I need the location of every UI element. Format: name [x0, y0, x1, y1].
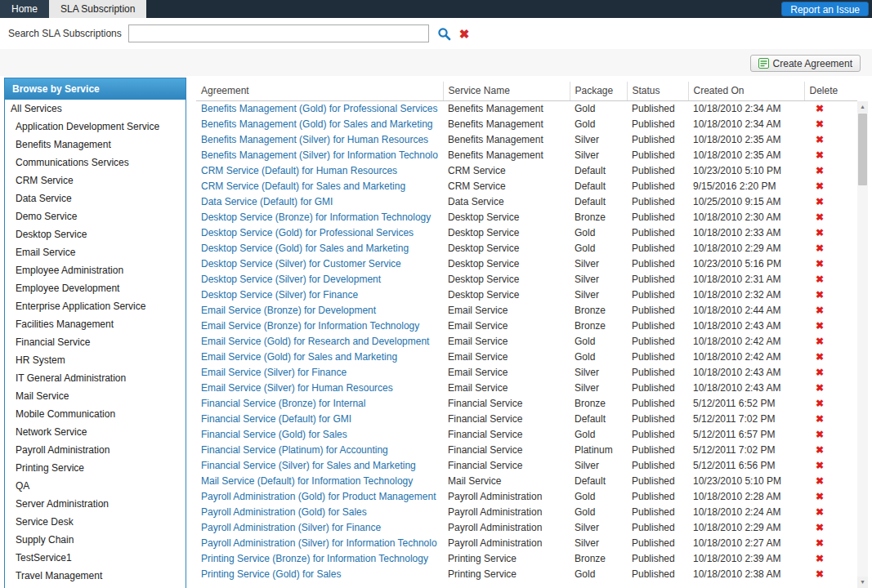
agreement-link[interactable]: Email Service (Bronze) for Development [201, 305, 376, 316]
agreement-link[interactable]: Desktop Service (Gold) for Sales and Mar… [201, 243, 409, 254]
delete-icon[interactable]: ✖ [809, 553, 824, 564]
agreement-link[interactable]: Payroll Administration (Gold) for Produc… [201, 491, 436, 502]
sidebar-service-item[interactable]: Enterprise Application Service [5, 297, 186, 315]
agreement-link[interactable]: Email Service (Bronze) for Information T… [201, 320, 419, 332]
sidebar-service-item[interactable]: Communications Services [5, 154, 186, 172]
delete-icon[interactable]: ✖ [809, 196, 824, 207]
tab-sla-subscription[interactable]: SLA Subscription [49, 0, 146, 18]
sidebar-service-item[interactable]: Printing Service [5, 459, 186, 477]
agreement-link[interactable]: Desktop Service (Gold) for Professional … [201, 227, 414, 238]
delete-icon[interactable]: ✖ [809, 429, 824, 440]
agreement-link[interactable]: Email Service (Silver) for Finance [201, 367, 347, 378]
sidebar-service-item[interactable]: TestService1 [5, 549, 186, 567]
agreement-link[interactable]: Benefits Management (Silver) for Informa… [201, 149, 438, 161]
delete-icon[interactable]: ✖ [809, 180, 824, 192]
clear-search-icon[interactable]: ✖ [459, 28, 470, 40]
sidebar-service-item[interactable]: Network Service [5, 423, 186, 441]
agreement-link[interactable]: Desktop Service (Silver) for Development [201, 274, 381, 285]
agreement-link[interactable]: CRM Service (Default) for Sales and Mark… [201, 180, 405, 192]
delete-icon[interactable]: ✖ [809, 382, 824, 394]
column-header-service-name[interactable]: Service Name [443, 82, 570, 100]
agreement-link[interactable]: Financial Service (Bronze) for Internal [201, 398, 365, 409]
agreement-link[interactable]: Financial Service (Gold) for Sales [201, 429, 347, 440]
sidebar-service-item[interactable]: Demo Service [5, 207, 186, 225]
agreement-link[interactable]: Financial Service (Silver) for Sales and… [201, 460, 416, 471]
delete-icon[interactable]: ✖ [809, 227, 824, 238]
agreement-link[interactable]: Benefits Management (Gold) for Sales and… [201, 118, 432, 130]
search-icon[interactable] [437, 27, 451, 41]
delete-icon[interactable]: ✖ [809, 243, 824, 254]
create-agreement-button[interactable]: Create Agreement [750, 55, 861, 72]
agreement-link[interactable]: Desktop Service (Bronze) for Information… [201, 212, 431, 223]
scrollbar-down-arrow[interactable]: ▼ [857, 577, 868, 588]
delete-icon[interactable]: ✖ [809, 305, 824, 316]
delete-icon[interactable]: ✖ [809, 103, 824, 114]
sidebar-service-item[interactable]: Mobile Communication [5, 405, 186, 423]
vertical-scrollbar[interactable]: ▲ ▼ [857, 101, 868, 588]
scrollbar-up-arrow[interactable]: ▲ [857, 101, 868, 113]
sidebar-service-item[interactable]: HR System [5, 351, 186, 369]
delete-icon[interactable]: ✖ [809, 149, 824, 161]
sidebar-service-item[interactable]: Financial Service [5, 333, 186, 351]
agreement-link[interactable]: Payroll Administration (Gold) for Sales [201, 506, 367, 518]
delete-icon[interactable]: ✖ [809, 522, 824, 533]
agreement-link[interactable]: Desktop Service (Silver) for Finance [201, 289, 358, 301]
column-header-status[interactable]: Status [627, 82, 688, 100]
delete-icon[interactable]: ✖ [809, 351, 824, 363]
agreement-link[interactable]: Mail Service (Default) for Information T… [201, 475, 413, 487]
delete-icon[interactable]: ✖ [809, 165, 824, 176]
sidebar-service-item[interactable]: QA [5, 477, 186, 495]
delete-icon[interactable]: ✖ [809, 212, 824, 223]
delete-icon[interactable]: ✖ [809, 118, 824, 130]
delete-icon[interactable]: ✖ [809, 320, 824, 332]
delete-icon[interactable]: ✖ [809, 336, 824, 347]
sidebar-service-item[interactable]: Facilities Management [5, 315, 186, 333]
sidebar-service-item[interactable]: Benefits Management [5, 136, 186, 154]
delete-icon[interactable]: ✖ [809, 413, 824, 425]
delete-icon[interactable]: ✖ [809, 537, 824, 549]
delete-icon[interactable]: ✖ [809, 444, 824, 456]
delete-icon[interactable]: ✖ [809, 506, 824, 518]
delete-icon[interactable]: ✖ [809, 289, 824, 301]
search-input[interactable] [128, 24, 429, 42]
delete-icon[interactable]: ✖ [809, 258, 824, 270]
agreement-link[interactable]: Benefits Management (Gold) for Professio… [201, 103, 437, 114]
agreement-link[interactable]: Financial Service (Platinum) for Account… [201, 444, 388, 456]
agreement-link[interactable]: Payroll Administration (Silver) for Info… [201, 537, 437, 549]
agreement-link[interactable]: Benefits Management (Silver) for Human R… [201, 134, 428, 145]
agreement-link[interactable]: Email Service (Silver) for Human Resourc… [201, 382, 393, 394]
agreement-link[interactable]: Printing Service (Gold) for Sales [201, 568, 341, 580]
scrollbar-thumb[interactable] [858, 114, 867, 185]
agreement-link[interactable]: Payroll Administration (Silver) for Fina… [201, 522, 381, 533]
column-header-delete[interactable]: Delete [804, 82, 857, 100]
delete-icon[interactable]: ✖ [809, 475, 824, 487]
sidebar-service-item[interactable]: Server Administration [5, 495, 186, 513]
delete-icon[interactable]: ✖ [809, 274, 824, 285]
column-header-package[interactable]: Package [570, 82, 627, 100]
agreement-link[interactable]: Data Service (Default) for GMI [201, 196, 333, 207]
agreement-link[interactable]: Desktop Service (Silver) for Customer Se… [201, 258, 401, 270]
sidebar-service-item[interactable]: Mail Service [5, 387, 186, 405]
agreement-link[interactable]: Email Service (Gold) for Research and De… [201, 336, 429, 347]
tab-home[interactable]: Home [0, 0, 49, 18]
sidebar-service-item[interactable]: All Services [5, 100, 186, 118]
sidebar-service-item[interactable]: Desktop Service [5, 225, 186, 243]
column-header-created-on[interactable]: Created On [688, 82, 804, 100]
column-header-agreement[interactable]: Agreement [196, 82, 443, 100]
sidebar-service-item[interactable]: Travel Management [5, 567, 186, 585]
sidebar-service-item[interactable]: Supply Chain [5, 531, 186, 549]
sidebar-service-item[interactable]: Employee Administration [5, 261, 186, 279]
delete-icon[interactable]: ✖ [809, 398, 824, 409]
delete-icon[interactable]: ✖ [809, 134, 824, 145]
delete-icon[interactable]: ✖ [809, 568, 824, 580]
sidebar-service-item[interactable]: Payroll Administration [5, 441, 186, 459]
sidebar-service-item[interactable]: IT General Administration [5, 369, 186, 387]
delete-icon[interactable]: ✖ [809, 367, 824, 378]
sidebar-service-item[interactable]: Employee Development [5, 279, 186, 297]
report-an-issue-button[interactable]: Report an Issue [781, 2, 869, 16]
agreement-link[interactable]: CRM Service (Default) for Human Resource… [201, 165, 397, 176]
sidebar-service-item[interactable]: Email Service [5, 243, 186, 261]
delete-icon[interactable]: ✖ [809, 491, 824, 502]
sidebar-service-item[interactable]: CRM Service [5, 172, 186, 189]
agreement-link[interactable]: Email Service (Gold) for Sales and Marke… [201, 351, 397, 363]
